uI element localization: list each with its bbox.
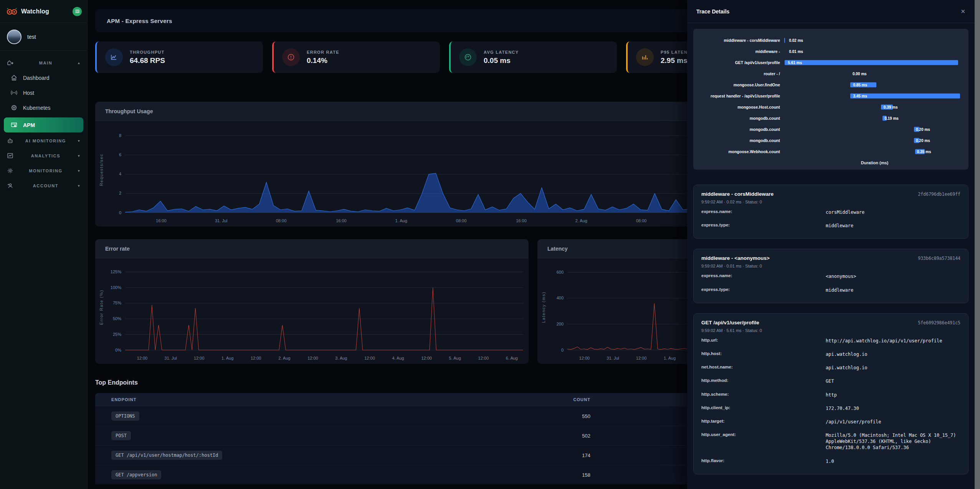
waterfall-row[interactable]: middleware -0.01 ms (696, 46, 965, 57)
waterfall-row[interactable]: middleware - corsMiddleware0.02 ms (696, 35, 965, 46)
username: test (27, 34, 36, 40)
waterfall-duration-label: 0.00 ms (851, 71, 867, 76)
svg-text:200: 200 (557, 322, 564, 326)
span-title-row: middleware - corsMiddleware2fd6796db1ee6… (701, 191, 960, 197)
chevron-down-icon: ▾ (78, 169, 80, 173)
user-row[interactable]: test (0, 23, 87, 51)
span-field-row: http.method:GET (701, 378, 960, 384)
span-meta: 9:59:02 AM · 0.02 ms · Status: 0 (701, 200, 960, 204)
section-label: AI MONITORING (13, 139, 78, 143)
metric-label: ERROR RATE (307, 50, 339, 55)
waterfall-span-label: router - / (696, 71, 784, 76)
span-field-key: http.url: (701, 338, 826, 344)
gauge-icon (459, 48, 477, 66)
sidebar-item-label: Host (23, 90, 34, 96)
metric-value: 0.05 ms (484, 56, 519, 65)
waterfall-bar-area: 0.20 ms (784, 124, 965, 135)
svg-text:2. Aug: 2. Aug (575, 218, 587, 223)
robot-icon (7, 137, 13, 144)
svg-text:08:00: 08:00 (636, 218, 647, 223)
svg-text:12:00: 12:00 (251, 356, 261, 360)
sidebar-section-main[interactable]: MAIN ▴ (0, 55, 87, 70)
sidebar-collapse-button[interactable] (73, 7, 82, 16)
waterfall-row[interactable]: request handler - /api/v1/user/profile3.… (696, 90, 965, 101)
span-field-key: http.flavor: (701, 458, 826, 464)
svg-text:1. Aug: 1. Aug (395, 218, 407, 223)
svg-text:6. Aug: 6. Aug (506, 356, 518, 360)
metric-value: 64.68 RPS (130, 56, 165, 65)
span-field-value: http://api.watchlog.io/api/v1/user/profi… (826, 338, 960, 344)
section-label: MONITORING (13, 169, 78, 173)
span-field-key: express.name: (701, 209, 826, 215)
waterfall-span-label: mongoose.Webhook.count (696, 149, 784, 154)
span-field-key: net.host.name: (701, 365, 826, 371)
svg-text:0%: 0% (115, 348, 121, 352)
waterfall-bar[interactable] (784, 38, 785, 43)
sidebar-item-dashboard[interactable]: Dashboard (0, 70, 87, 85)
waterfall-duration-label: 0.85 ms (852, 83, 867, 87)
sidebar-section-account[interactable]: ACCOUNT ▾ (0, 178, 87, 193)
section-label: MAIN (13, 61, 78, 65)
waterfall-row[interactable]: mongodb.count0.19 ms (696, 112, 965, 124)
waterfall-bar-area: 0.35 ms (784, 146, 965, 157)
user-plus-icon (7, 182, 13, 189)
waterfall-bar-area: 3.45 ms (784, 90, 965, 101)
waterfall-row[interactable]: router - /0.00 ms (696, 68, 965, 79)
svg-text:31. Jul: 31. Jul (607, 356, 619, 360)
menu-fold-icon (75, 9, 80, 14)
error-rate-panel: Error rate 0%25%50%75%100%125%12:0031. J… (95, 239, 529, 364)
waterfall-span-label: mongoose.Host.count (696, 105, 784, 109)
endpoint-chip: POST (111, 431, 131, 440)
metric-value: 0.14% (307, 56, 339, 65)
waterfall-bar[interactable] (785, 60, 958, 65)
home-icon (11, 74, 17, 81)
waterfall-bar-area: 5.61 ms (784, 57, 965, 68)
span-field-row: express.name:<anonymous> (701, 273, 960, 279)
kubernetes-icon (11, 104, 17, 111)
svg-text:0: 0 (561, 348, 564, 352)
count-cell: 550 (502, 413, 590, 419)
waterfall-row[interactable]: mongodb.count0.20 ms (696, 124, 965, 135)
sidebar-section-monitoring[interactable]: MONITORING ▾ (0, 163, 87, 178)
page-scrollbar-track[interactable] (975, 0, 980, 489)
chevron-down-icon: ▾ (78, 154, 80, 158)
span-field-row: http.flavor:1.0 (701, 458, 960, 464)
sidebar-item-apm[interactable]: APM (4, 117, 83, 132)
sidebar-item-host[interactable]: Host (0, 85, 87, 100)
svg-text:16:00: 16:00 (516, 218, 527, 223)
svg-text:12:00: 12:00 (194, 356, 205, 360)
sidebar-item-kubernetes[interactable]: Kubernetes (0, 100, 87, 115)
waterfall-span-label: middleware - corsMiddleware (696, 38, 784, 43)
close-icon[interactable]: ✕ (960, 8, 965, 15)
endpoint-cell: OPTIONS (95, 411, 502, 421)
span-field-value: corsMiddleware (826, 209, 960, 215)
svg-text:2. Aug: 2. Aug (278, 356, 290, 360)
column-header-count: COUNT (502, 397, 590, 402)
svg-text:5. Aug: 5. Aug (449, 356, 461, 360)
waterfall-bar-area: 0.19 ms (784, 112, 965, 124)
sidebar-section-ai-monitoring[interactable]: AI MONITORING ▾ (0, 133, 87, 148)
svg-text:31. Jul: 31. Jul (215, 218, 227, 223)
sidebar-section-analytics[interactable]: ANALYTICS ▾ (0, 148, 87, 163)
waterfall-row[interactable]: mongoose.User.findOne0.85 ms (696, 79, 965, 90)
span-field-key: http.client_ip: (701, 405, 826, 411)
waterfall-duration-label: 3.45 ms (852, 94, 867, 98)
span-field-row: http.scheme:http (701, 392, 960, 398)
waterfall-row[interactable]: mongodb.count0.20 ms (696, 135, 965, 146)
span-field-key: http.scheme: (701, 392, 826, 398)
span-meta: 9:59:02 AM · 5.61 ms · Status: 0 (701, 328, 960, 333)
waterfall-bar-area: 0.01 ms (784, 46, 965, 57)
span-field-row: express.type:middleware (701, 287, 960, 293)
svg-text:8: 8 (119, 133, 121, 138)
waterfall-row[interactable]: mongoose.Host.count0.39 ms (696, 101, 965, 112)
waterfall-row[interactable]: mongoose.Webhook.count0.35 ms (696, 146, 965, 157)
waterfall-span-label: mongodb.count (696, 127, 784, 132)
waterfall-axis-label: Duration (ms) (784, 157, 965, 168)
span-field-value: /api/v1/user/profile (826, 419, 960, 425)
watchlog-owl-logo-icon (6, 8, 18, 15)
span-id: 5fe6092986e491c5 (918, 320, 960, 325)
svg-text:12:00: 12:00 (307, 356, 318, 360)
waterfall-row[interactable]: GET /api/v1/user/profile5.61 ms (696, 57, 965, 68)
trace-waterfall: middleware - corsMiddleware0.02 msmiddle… (693, 29, 968, 170)
error-rate-chart[interactable]: 0%25%50%75%100%125%12:0031. Jul12:001. A… (95, 258, 529, 364)
